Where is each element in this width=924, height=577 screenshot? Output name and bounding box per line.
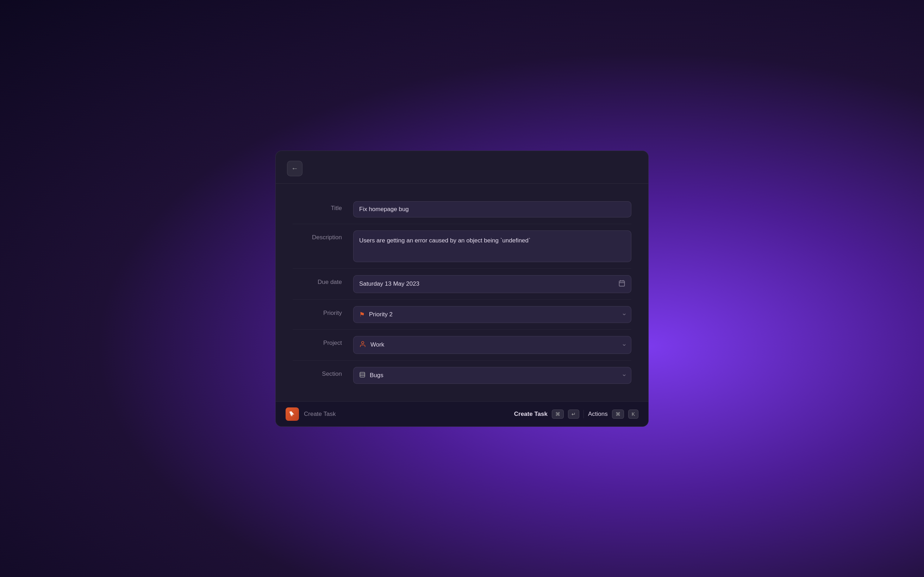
svg-point-4 <box>362 341 364 344</box>
priority-select-left: ⚑ Priority 2 <box>359 311 393 318</box>
priority-control: ⚑ Priority 2 › <box>353 306 632 323</box>
kbd-cmd: ⌘ <box>552 409 564 419</box>
description-row: Description Users are getting an error c… <box>292 224 632 268</box>
priority-label: Priority <box>292 306 342 317</box>
modal-body: Title Description Users are getting an e… <box>276 184 648 401</box>
description-label: Description <box>292 230 342 241</box>
kbd-enter: ↵ <box>568 409 579 419</box>
due-date-value: Saturday 13 May 2023 <box>359 280 419 287</box>
kbd-cmd-2: ⌘ <box>612 409 624 419</box>
project-value: Work <box>370 341 384 348</box>
flag-icon: ⚑ <box>359 311 365 318</box>
description-field[interactable]: Users are getting an error caused by an … <box>353 230 632 262</box>
svg-rect-0 <box>619 281 625 286</box>
project-select-left: Work <box>359 340 384 349</box>
actions-button[interactable]: Actions <box>588 411 608 417</box>
footer-left: Create Task <box>286 408 336 421</box>
back-arrow-icon: ← <box>291 164 298 172</box>
create-task-button[interactable]: Create Task <box>514 411 548 417</box>
project-row: Project Work › <box>292 329 632 360</box>
priority-select[interactable]: ⚑ Priority 2 › <box>353 306 632 323</box>
svg-rect-5 <box>360 372 365 377</box>
calendar-icon <box>618 280 625 288</box>
footer-divider <box>583 410 584 418</box>
due-date-control: Saturday 13 May 2023 <box>353 275 632 293</box>
chevron-down-icon-project: › <box>621 344 628 346</box>
modal-header: ← <box>276 151 648 184</box>
footer-app-label: Create Task <box>304 411 336 417</box>
section-value: Bugs <box>370 372 383 379</box>
chevron-down-icon-section: › <box>621 374 628 376</box>
chevron-down-icon: › <box>621 313 628 316</box>
project-select[interactable]: Work › <box>353 336 632 354</box>
description-control: Users are getting an error caused by an … <box>353 230 632 262</box>
title-label: Title <box>292 201 342 212</box>
priority-value: Priority 2 <box>369 311 393 318</box>
person-icon <box>359 340 366 349</box>
title-input[interactable] <box>353 201 632 218</box>
priority-row: Priority ⚑ Priority 2 › <box>292 300 632 329</box>
due-date-field[interactable]: Saturday 13 May 2023 <box>353 275 632 293</box>
title-row: Title <box>292 195 632 224</box>
section-control: Bugs › <box>353 367 632 384</box>
kbd-k: K <box>628 409 638 419</box>
section-row: Section Bugs › <box>292 360 632 390</box>
section-select-left: Bugs <box>359 372 383 379</box>
section-icon <box>359 372 365 379</box>
due-date-label: Due date <box>292 275 342 286</box>
title-control <box>353 201 632 218</box>
description-code: `undefined` <box>501 237 531 244</box>
section-label: Section <box>292 367 342 377</box>
back-button[interactable]: ← <box>287 161 302 176</box>
modal-footer: Create Task Create Task ⌘ ↵ Actions ⌘ K <box>276 401 648 426</box>
description-text: Users are getting an error caused by an … <box>359 237 501 244</box>
section-select[interactable]: Bugs › <box>353 367 632 384</box>
due-date-row: Due date Saturday 13 May 2023 <box>292 268 632 300</box>
footer-right: Create Task ⌘ ↵ Actions ⌘ K <box>514 409 638 419</box>
project-label: Project <box>292 336 342 347</box>
create-task-modal: ← Title Description Users are getting an… <box>275 151 649 427</box>
app-icon <box>286 408 299 421</box>
project-control: Work › <box>353 336 632 354</box>
